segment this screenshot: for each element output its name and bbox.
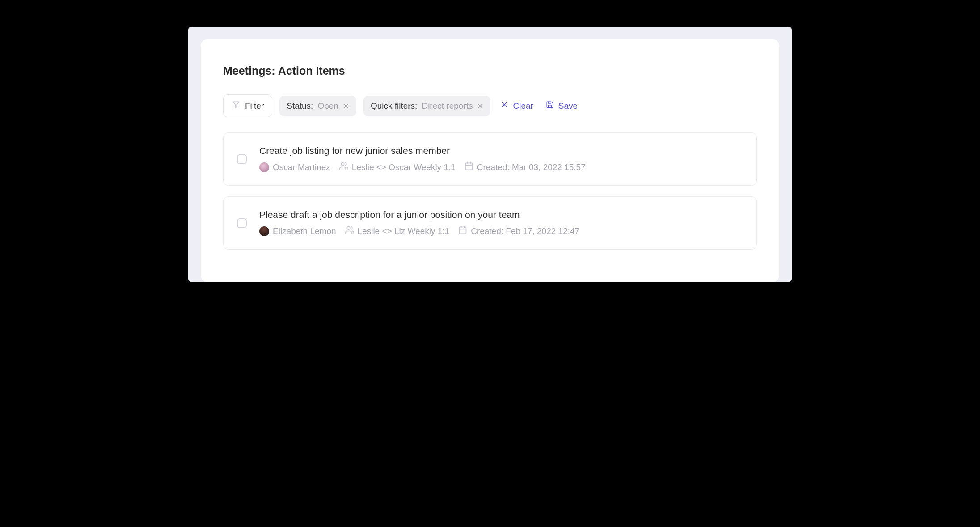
created-date: Created: Feb 17, 2022 12:47 [471,226,579,236]
people-icon [345,225,354,237]
meeting-name: Leslie <> Oscar Weekly 1:1 [352,162,456,172]
svg-rect-6 [460,227,466,234]
filter-chip-status[interactable]: Status: Open [279,96,356,116]
meeting-name: Leslie <> Liz Weekly 1:1 [358,226,450,236]
filter-button[interactable]: Filter [223,94,272,117]
outer-frame: Meetings: Action Items Filter Status: Op… [188,27,792,282]
page-title: Meetings: Action Items [223,64,757,77]
chip-value: Direct reports [422,101,473,111]
save-icon [546,101,554,111]
close-icon[interactable] [343,103,349,109]
close-icon[interactable] [477,103,483,109]
created-group: Created: Feb 17, 2022 12:47 [458,225,579,237]
assignee-name: Elizabeth Lemon [273,226,336,236]
calendar-icon [458,225,467,237]
item-title: Create job listing for new junior sales … [259,145,743,156]
chip-label: Status: [287,101,313,111]
close-icon [500,101,508,111]
chip-label: Quick filters: [371,101,418,111]
item-checkbox[interactable] [237,218,247,228]
people-icon [339,162,348,173]
created-group: Created: Mar 03, 2022 15:57 [465,162,586,173]
assignee-name: Oscar Martinez [273,162,330,172]
svg-point-0 [341,163,344,166]
assignee-group: Elizabeth Lemon [259,226,336,236]
clear-button[interactable]: Clear [498,96,536,115]
action-item-card[interactable]: Please draft a job description for a jun… [223,196,757,250]
filter-button-label: Filter [245,101,264,111]
item-body: Please draft a job description for a jun… [259,209,743,237]
chip-value: Open [317,101,338,111]
item-title: Please draft a job description for a jun… [259,209,743,220]
assignee-group: Oscar Martinez [259,162,330,172]
avatar [259,226,269,236]
action-item-card[interactable]: Create job listing for new junior sales … [223,132,757,186]
item-meta: Elizabeth Lemon Lesl [259,225,743,237]
created-date: Created: Mar 03, 2022 15:57 [477,162,586,172]
meeting-group: Leslie <> Oscar Weekly 1:1 [339,162,456,173]
action-items-list: Create job listing for new junior sales … [223,132,757,250]
calendar-icon [465,162,473,173]
toolbar: Filter Status: Open Quick filters: Direc… [223,94,757,117]
main-panel: Meetings: Action Items Filter Status: Op… [201,39,779,282]
avatar [259,162,269,172]
item-checkbox[interactable] [237,154,247,164]
meeting-group: Leslie <> Liz Weekly 1:1 [345,225,450,237]
item-body: Create job listing for new junior sales … [259,145,743,173]
save-button[interactable]: Save [543,96,580,115]
filter-icon [232,100,241,111]
svg-rect-1 [465,163,472,170]
save-button-label: Save [558,101,578,111]
clear-button-label: Clear [513,101,533,111]
item-meta: Oscar Martinez Lesli [259,162,743,173]
filter-chip-quick-filters[interactable]: Quick filters: Direct reports [363,96,491,116]
svg-point-5 [347,227,350,230]
